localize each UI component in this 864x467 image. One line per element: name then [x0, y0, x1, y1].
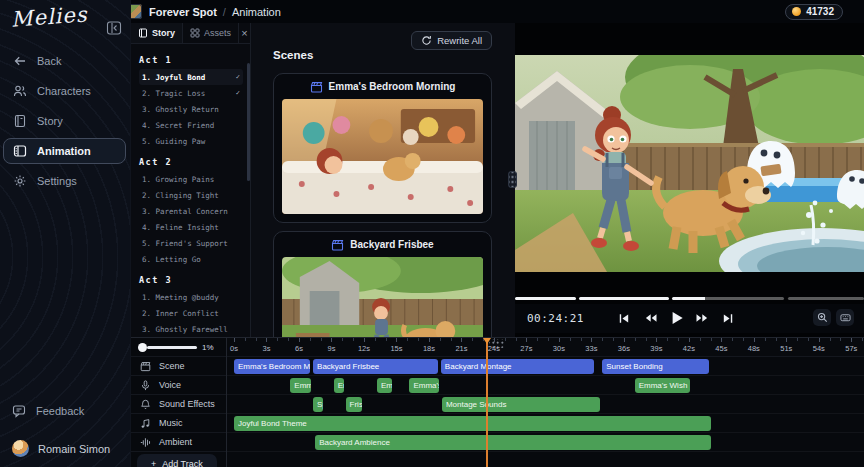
track-label-sound-effects[interactable]: Sound Effects [131, 395, 226, 414]
video-preview[interactable] [515, 55, 864, 272]
ruler-label: 9s [328, 344, 336, 353]
story-item[interactable]: 4. Secret Friend [139, 117, 243, 133]
timeline-zoom-slider[interactable]: 1% [131, 338, 226, 357]
story-item[interactable]: 1. Growing Pains [139, 171, 243, 187]
story-item[interactable]: 3. Parental Concern [139, 203, 243, 219]
track-name: Voice [159, 380, 181, 390]
sidebar-item-back[interactable]: Back [3, 48, 126, 74]
clip-fris[interactable]: Fris [346, 397, 362, 412]
rewrite-all-button[interactable]: Rewrite All [411, 31, 492, 50]
ruler-tick [624, 338, 625, 342]
clip-sp[interactable]: Sp [313, 397, 323, 412]
feedback-button[interactable]: Feedback [12, 404, 124, 418]
ruler-tick [678, 338, 679, 341]
play-button[interactable] [668, 309, 685, 327]
video-preview-panel: 00:24:21 [515, 23, 864, 337]
music-note-icon [140, 418, 151, 429]
skip-start-button[interactable] [616, 309, 633, 327]
timeline-ruler[interactable]: 0s3s6s9s12s15s18s21s24s27s30s33s36s39s42… [227, 338, 864, 357]
credits-badge[interactable]: 41732 [785, 4, 843, 20]
story-panel-tabs: Story Assets × [131, 23, 250, 44]
ruler-label: 6s [295, 344, 303, 353]
timeline-track-headers: 1% SceneVoiceSound EffectsMusicAmbient +… [131, 338, 227, 467]
ruler-tick [418, 338, 419, 341]
story-item-label: 6. Letting Go [142, 255, 201, 264]
credits-count: 41732 [806, 6, 834, 17]
sidebar-item-settings[interactable]: Settings [3, 168, 126, 194]
sidebar-item-animation[interactable]: Animation [3, 138, 126, 164]
coin-icon [792, 7, 801, 16]
clip-joyful-bond-theme[interactable]: Joyful Bond Theme [234, 416, 711, 431]
ruler-tick [776, 338, 777, 341]
rewind-button[interactable] [642, 309, 659, 327]
ruler-tick [526, 338, 527, 342]
story-item[interactable]: 2. Inner Conflict [139, 305, 243, 321]
sidebar-item-characters[interactable]: Characters [3, 78, 126, 104]
add-track-button[interactable]: + Add Track [137, 454, 217, 467]
scrubber-segment[interactable] [579, 297, 669, 300]
nav-label: Settings [37, 175, 77, 187]
tab-story[interactable]: Story [131, 23, 183, 43]
ruler-tick [656, 338, 657, 342]
ruler-tick [754, 338, 755, 342]
scrubber-segment[interactable] [672, 297, 784, 300]
story-item[interactable]: 5. Guiding Paw [139, 133, 243, 149]
story-item[interactable]: 2. Tragic Loss✓ [139, 85, 243, 101]
clip-backyard-montage[interactable]: Backyard Montage [441, 359, 594, 374]
fast-forward-button[interactable] [694, 309, 711, 327]
story-item-label: 3. Ghostly Farewell [142, 325, 228, 334]
story-item[interactable]: 5. Friend's Support [139, 235, 243, 251]
ruler-tick [440, 338, 441, 341]
track-label-ambient[interactable]: Ambient [131, 433, 226, 452]
clip-emma-s-bedroom-morning[interactable]: Emma's Bedroom Morning [234, 359, 310, 374]
scene-card-backyard-frisbee[interactable]: Backyard Frisbee [273, 231, 492, 337]
ruler-tick [808, 338, 809, 341]
panel-resize-handle[interactable] [508, 171, 517, 188]
story-scrollbar[interactable] [247, 63, 250, 181]
playhead[interactable] [486, 338, 488, 467]
story-item[interactable]: 3. Ghostly Return [139, 101, 243, 117]
clip-sunset-bonding[interactable]: Sunset Bonding [602, 359, 709, 374]
transport-controls [616, 309, 737, 327]
timeline-lanes: Emma's Bedroom MorningBackyard FrisbeeBa… [227, 357, 864, 452]
sidebar-collapse-button[interactable] [106, 19, 123, 36]
tab-assets[interactable]: Assets [183, 23, 239, 43]
story-item[interactable]: 4. Feline Insight [139, 219, 243, 235]
clip-emm[interactable]: Emm [290, 378, 311, 393]
timeline-drag-handle[interactable] [489, 339, 504, 348]
story-item[interactable]: 3. Ghostly Farewell [139, 321, 243, 337]
track-label-voice[interactable]: Voice [131, 376, 226, 395]
skip-end-button[interactable] [720, 309, 737, 327]
story-item[interactable]: 2. Clinging Tight [139, 187, 243, 203]
clip-emma-s-wish[interactable]: Emma's Wish [635, 378, 690, 393]
project-name[interactable]: Forever Spot [149, 6, 217, 18]
ruler-tick [591, 338, 592, 342]
sidebar-item-story[interactable]: Story [3, 108, 126, 134]
clip-emma-s[interactable]: Emma's [409, 378, 438, 393]
clip-backyard-ambience[interactable]: Backyard Ambience [315, 435, 710, 450]
ruler-tick [840, 338, 841, 341]
scene-card-emmas-bedroom-morning[interactable]: Emma's Bedroom Morning [273, 73, 492, 223]
track-label-music[interactable]: Music [131, 414, 226, 433]
story-item[interactable]: 6. Letting Go [139, 251, 243, 267]
feedback-label: Feedback [36, 405, 84, 417]
track-label-scene[interactable]: Scene [131, 357, 226, 376]
scrubber-segment[interactable] [515, 297, 576, 300]
ruler-tick [830, 338, 831, 341]
close-panel-button[interactable]: × [239, 23, 250, 43]
scrubber-segment[interactable] [788, 297, 864, 300]
clip-er[interactable]: Er [334, 378, 345, 393]
zoom-in-button[interactable] [813, 309, 831, 326]
video-scrubber[interactable] [515, 297, 864, 300]
keyboard-shortcuts-button[interactable] [836, 309, 854, 326]
ruler-label: 45s [715, 344, 727, 353]
story-item[interactable]: 1. Joyful Bond✓ [139, 69, 243, 85]
story-item[interactable]: 1. Meeting @buddy [139, 289, 243, 305]
clip-backyard-frisbee[interactable]: Backyard Frisbee [313, 359, 438, 374]
film-icon [13, 144, 27, 158]
clip-em[interactable]: Em [377, 378, 392, 393]
scenes-title: Scenes [273, 49, 313, 61]
zoom-slider-knob[interactable] [138, 343, 147, 352]
clip-montage-sounds[interactable]: Montage Sounds [442, 397, 600, 412]
user-profile[interactable]: Romain Simon [12, 440, 124, 457]
